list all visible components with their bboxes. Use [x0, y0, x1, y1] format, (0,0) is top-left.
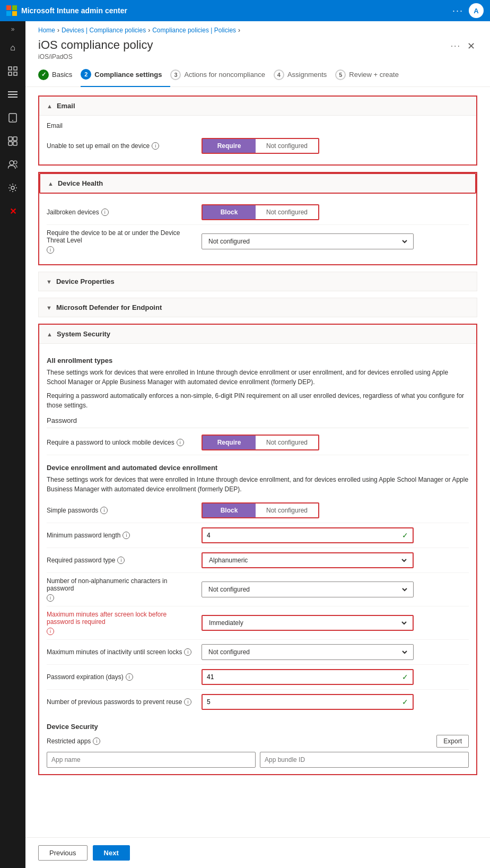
wizard-step-3[interactable]: 3 Actions for noncompliance: [170, 69, 273, 86]
password-expiry-info-icon[interactable]: i: [126, 673, 133, 681]
svg-point-12: [12, 120, 13, 121]
threat-level-control: Not configured Secured Low Medium High: [202, 233, 469, 249]
password-type-row: Required password type i Alphanumeric Nu…: [47, 548, 469, 573]
system-security-header[interactable]: ▲ System Security: [39, 325, 476, 344]
sidebar-item-x[interactable]: ✕: [2, 201, 23, 222]
svg-rect-16: [13, 142, 17, 145]
next-button[interactable]: Next: [93, 845, 130, 861]
jailbroken-info-icon[interactable]: i: [101, 209, 109, 216]
step-3-label: Actions for noncompliance: [184, 71, 265, 79]
wizard-step-5[interactable]: 5 Review + create: [335, 69, 407, 86]
device-health-section-header[interactable]: ▲ Device Health: [39, 173, 476, 194]
breadcrumb-policies[interactable]: Compliance policies | Policies: [152, 27, 236, 34]
page-close-button[interactable]: ✕: [465, 38, 477, 54]
email-section: ▲ Email Email Unable to set up email on …: [38, 96, 477, 166]
inactivity-label: Maximum minutes of inactivity until scre…: [47, 648, 195, 656]
sidebar-item-dashboard[interactable]: [2, 60, 23, 82]
nonalpha-chars-control: Not configured 1 2: [202, 581, 469, 597]
previous-button[interactable]: Previous: [38, 845, 88, 861]
require-password-info-icon[interactable]: i: [177, 439, 184, 446]
ms-defender-header[interactable]: ▼ Microsoft Defender for Endpoint: [39, 298, 477, 317]
device-health-section: ▲ Device Health Jailbroken devices i Blo…: [38, 172, 477, 265]
wizard-step-4[interactable]: 4 Assignments: [274, 69, 335, 86]
sidebar-item-menu[interactable]: [2, 84, 23, 105]
sidebar-item-devices[interactable]: [2, 107, 23, 128]
breadcrumb-compliance-policies[interactable]: Devices | Compliance policies: [62, 27, 146, 34]
email-section-header[interactable]: ▲ Email: [39, 97, 476, 116]
svg-rect-5: [14, 67, 17, 70]
password-expiry-input[interactable]: [203, 673, 398, 681]
screen-lock-info-icon[interactable]: i: [47, 628, 54, 635]
min-password-label: Minimum password length i: [47, 532, 195, 539]
min-password-info-icon[interactable]: i: [122, 532, 130, 539]
inactivity-dropdown[interactable]: Not configured 1 minute 5 minutes: [202, 644, 414, 660]
screen-lock-label: Maximum minutes after screen lock before…: [47, 611, 195, 635]
device-properties-section: ▼ Device Properties: [38, 272, 477, 291]
email-require-option[interactable]: Require: [203, 139, 256, 153]
screen-lock-select[interactable]: Immediately 1 minute 5 minutes 15 minute…: [207, 616, 408, 630]
jailbroken-block-option[interactable]: Block: [203, 205, 256, 219]
sidebar-item-settings[interactable]: [2, 177, 23, 198]
threat-level-dropdown[interactable]: Not configured Secured Low Medium High: [202, 233, 414, 249]
password-type-label: Required password type i: [47, 557, 195, 564]
device-health-section-title: Device Health: [58, 179, 103, 187]
prev-passwords-info-icon[interactable]: i: [184, 698, 191, 706]
wizard-step-2[interactable]: 2 Compliance settings: [81, 69, 170, 87]
simple-passwords-toggle: Block Not configured: [202, 502, 319, 518]
sidebar-item-apps[interactable]: [2, 131, 23, 152]
sidebar-item-home[interactable]: ⌂: [2, 37, 23, 58]
device-enrollment-section: Device enrollment and automated device e…: [47, 464, 469, 714]
simple-passwords-control: Block Not configured: [202, 502, 469, 518]
topbar-dots[interactable]: ···: [452, 5, 463, 16]
jailbroken-notconfigured-option[interactable]: Not configured: [256, 205, 318, 219]
email-notconfigured-option[interactable]: Not configured: [256, 139, 318, 153]
threat-level-select[interactable]: Not configured Secured Low Medium High: [206, 234, 409, 249]
breadcrumb-home[interactable]: Home: [38, 27, 55, 34]
nonalpha-chars-dropdown[interactable]: Not configured 1 2: [202, 581, 414, 597]
svg-rect-6: [8, 72, 12, 75]
ms-defender-title: Microsoft Defender for Endpoint: [56, 303, 162, 311]
svg-rect-3: [12, 11, 17, 16]
svg-rect-2: [6, 11, 11, 16]
simple-passwords-notconfigured-option[interactable]: Not configured: [256, 504, 318, 517]
breadcrumb: Home › Devices | Compliance policies › C…: [25, 21, 490, 34]
email-info-icon[interactable]: i: [152, 142, 159, 150]
prev-passwords-input[interactable]: [203, 698, 398, 706]
email-field-label: Unable to set up email on the device i: [47, 142, 195, 150]
nonalpha-chars-row: Number of non-alphanumeric characters in…: [47, 573, 469, 606]
min-password-input[interactable]: [203, 532, 398, 539]
password-expiry-label: Password expiration (days) i: [47, 673, 195, 681]
require-password-notconfigured-option[interactable]: Not configured: [256, 436, 318, 449]
inactivity-select[interactable]: Not configured 1 minute 5 minutes: [206, 645, 409, 659]
require-password-require-option[interactable]: Require: [203, 436, 256, 449]
email-group-label: Email: [47, 122, 469, 129]
prev-passwords-row: Number of previous passwords to prevent …: [47, 690, 469, 714]
app-name-input[interactable]: [47, 752, 256, 768]
email-chevron-icon: ▲: [47, 103, 52, 109]
password-type-info-icon[interactable]: i: [117, 557, 125, 564]
user-avatar[interactable]: A: [469, 3, 484, 18]
nonalpha-chars-select[interactable]: Not configured 1 2: [206, 582, 409, 597]
restricted-apps-info-icon[interactable]: i: [93, 737, 100, 745]
device-properties-header[interactable]: ▼ Device Properties: [39, 272, 477, 291]
page-ellipsis-button[interactable]: ···: [451, 41, 461, 51]
main-content: Home › Devices | Compliance policies › C…: [25, 21, 490, 868]
password-expiry-control: ✓: [202, 669, 469, 685]
inactivity-info-icon[interactable]: i: [184, 648, 191, 656]
password-type-dropdown[interactable]: Alphanumeric Numeric Not configured: [202, 552, 414, 568]
screen-lock-dropdown[interactable]: Immediately 1 minute 5 minutes 15 minute…: [202, 615, 414, 631]
nonalpha-chars-info-icon[interactable]: i: [47, 594, 54, 602]
password-type-select[interactable]: Alphanumeric Numeric Not configured: [207, 553, 408, 567]
sidebar-expand-icon[interactable]: »: [11, 25, 15, 33]
wizard-step-1[interactable]: ✓ Basics: [38, 69, 81, 86]
restricted-apps-label: Restricted apps i: [47, 737, 432, 745]
export-button[interactable]: Export: [436, 735, 469, 748]
step-1-circle: ✓: [38, 70, 49, 80]
simple-passwords-info-icon[interactable]: i: [100, 507, 108, 514]
device-enrollment-desc: These settings work for devices that wer…: [47, 475, 469, 494]
threat-level-label: Require the device to be at or under the…: [47, 229, 195, 254]
sidebar-item-users[interactable]: [2, 154, 23, 175]
app-bundle-input[interactable]: [260, 752, 469, 768]
threat-level-info-icon[interactable]: i: [47, 246, 54, 254]
simple-passwords-block-option[interactable]: Block: [203, 504, 256, 517]
